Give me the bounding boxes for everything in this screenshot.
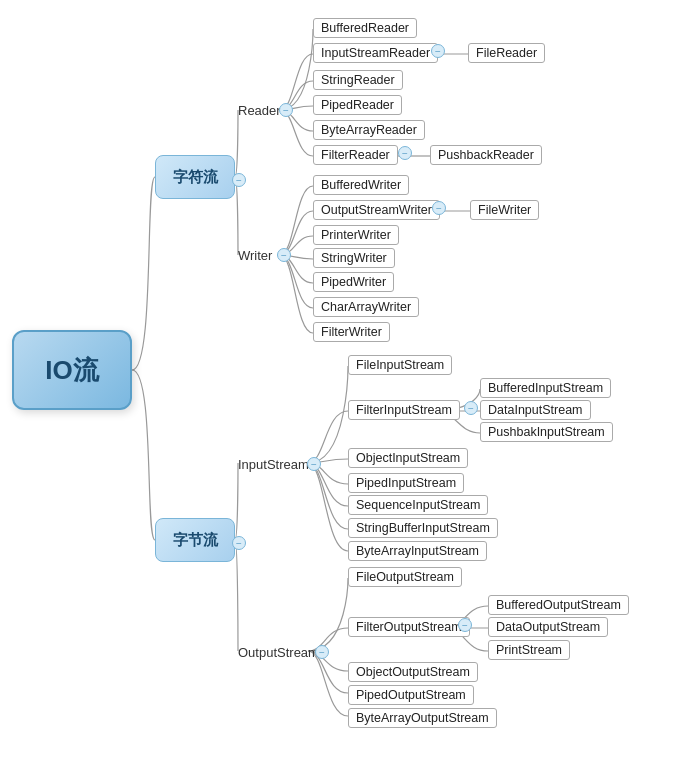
data-outputstream: DataOutputStream <box>488 617 608 637</box>
bytearray-reader: ByteArrayReader <box>313 120 425 140</box>
buffered-outputstream: BufferedOutputStream <box>488 595 629 615</box>
root-node: IO流 <box>12 330 132 410</box>
chararray-writer: CharArrayWriter <box>313 297 419 317</box>
file-inputstream: FileInputStream <box>348 355 452 375</box>
outputstream-collapse[interactable]: − <box>315 645 329 659</box>
char-stream-node: 字符流 <box>155 155 235 199</box>
buffered-inputstream: BufferedInputStream <box>480 378 611 398</box>
pushback-inputstream: PushbakInputStream <box>480 422 613 442</box>
byte-stream-collapse[interactable]: − <box>232 536 246 550</box>
pushback-reader: PushbackReader <box>430 145 542 165</box>
filter-reader-collapse[interactable]: − <box>398 146 412 160</box>
buffered-writer: BufferedWriter <box>313 175 409 195</box>
filter-inputstream: FilterInputStream <box>348 400 460 420</box>
piped-writer: PipedWriter <box>313 272 394 292</box>
printer-writer: PrinterWriter <box>313 225 399 245</box>
inputstream-reader: InputStreamReader <box>313 43 438 63</box>
filewriter: FileWriter <box>470 200 539 220</box>
sequence-inputstream: SequenceInputStream <box>348 495 488 515</box>
filter-writer: FilterWriter <box>313 322 390 342</box>
char-stream-collapse[interactable]: − <box>232 173 246 187</box>
filter-inputstream-collapse[interactable]: − <box>464 401 478 415</box>
stringbuffer-inputstream: StringBufferInputStream <box>348 518 498 538</box>
inputstream-collapse[interactable]: − <box>307 457 321 471</box>
byte-stream-node: 字节流 <box>155 518 235 562</box>
print-stream: PrintStream <box>488 640 570 660</box>
buffered-reader: BufferedReader <box>313 18 417 38</box>
inputstream-node: InputStream <box>238 457 309 472</box>
piped-inputstream: PipedInputStream <box>348 473 464 493</box>
string-writer: StringWriter <box>313 248 395 268</box>
file-outputstream: FileOutputStream <box>348 567 462 587</box>
outputstream-node: OutputStream <box>238 645 319 660</box>
outputstream-writer-collapse[interactable]: − <box>432 201 446 215</box>
char-stream-label: 字符流 <box>173 168 218 187</box>
filter-outputstream-collapse[interactable]: − <box>458 618 472 632</box>
bytearray-inputstream: ByteArrayInputStream <box>348 541 487 561</box>
reader-collapse[interactable]: − <box>279 103 293 117</box>
writer-node: Writer <box>238 248 272 263</box>
filter-outputstream: FilterOutputStream <box>348 617 470 637</box>
object-inputstream: ObjectInputStream <box>348 448 468 468</box>
filereader: FileReader <box>468 43 545 63</box>
inputstream-reader-collapse[interactable]: − <box>431 44 445 58</box>
outputstream-writer: OutputStreamWriter <box>313 200 440 220</box>
piped-reader: PipedReader <box>313 95 402 115</box>
mind-map: IO流 字符流 − Reader − BufferedReader InputS… <box>0 0 687 763</box>
string-reader: StringReader <box>313 70 403 90</box>
reader-node: Reader <box>238 103 281 118</box>
filter-reader: FilterReader <box>313 145 398 165</box>
data-inputstream: DataInputStream <box>480 400 591 420</box>
object-outputstream: ObjectOutputStream <box>348 662 478 682</box>
root-label: IO流 <box>45 353 98 388</box>
byte-stream-label: 字节流 <box>173 531 218 550</box>
writer-collapse[interactable]: − <box>277 248 291 262</box>
bytearray-outputstream: ByteArrayOutputStream <box>348 708 497 728</box>
piped-outputstream: PipedOutputStream <box>348 685 474 705</box>
